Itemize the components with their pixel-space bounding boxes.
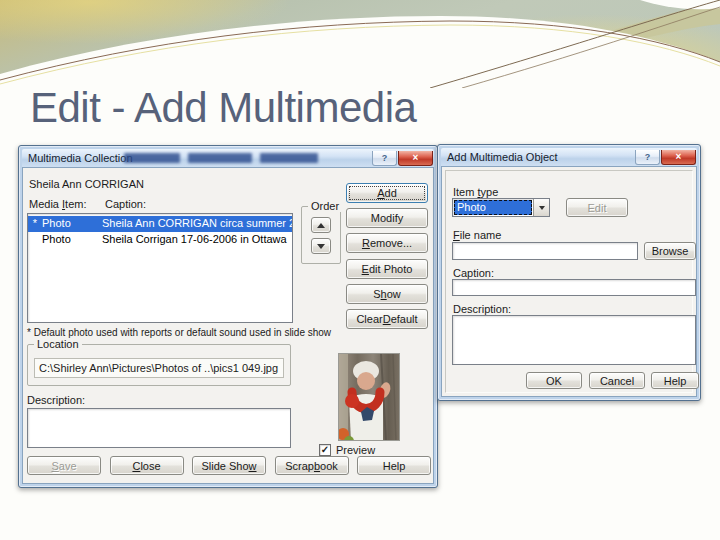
edit-button[interactable]: Edit: [566, 198, 628, 217]
list-item[interactable]: Photo Sheila Corrigan 17-06-2006 in Otta…: [28, 232, 292, 248]
addobj-client-area: Item type Photo Edit File name Browse Ca…: [441, 166, 697, 397]
order-group: Order: [301, 206, 341, 264]
item-type-value: Photo: [454, 200, 532, 215]
addobj-description-label: Description:: [453, 303, 511, 315]
media-type-cell: Photo: [42, 216, 102, 232]
redacted-text-block: [124, 153, 180, 163]
close-button[interactable]: Close: [110, 456, 184, 475]
help-icon[interactable]: ?: [372, 151, 397, 166]
photo-illustration: [339, 354, 400, 441]
caption-column-header: Caption:: [105, 198, 146, 210]
caption-cell: Sheila Corrigan 17-06-2006 in Ottawa: [102, 232, 292, 248]
save-button[interactable]: Save: [27, 456, 101, 475]
order-group-label: Order: [308, 200, 342, 212]
caption-cell: Sheila Ann CORRIGAN circa summer 2006: [102, 216, 292, 232]
order-up-button[interactable]: [311, 217, 331, 233]
location-path-value: C:\Shirley Ann\Pictures\Photos of ..\pic…: [34, 358, 284, 378]
down-arrow-icon: [317, 244, 325, 249]
default-marker: *: [28, 216, 42, 232]
help-icon[interactable]: ?: [635, 150, 660, 165]
list-item[interactable]: * Photo Sheila Ann CORRIGAN circa summer…: [28, 216, 292, 232]
item-type-label: Item type: [453, 186, 498, 198]
preview-toggle[interactable]: ✓ Preview: [319, 444, 375, 456]
item-type-dropdown[interactable]: Photo: [452, 198, 550, 217]
clear-default-button[interactable]: Clear Default: [346, 309, 428, 329]
default-marker: [28, 232, 42, 248]
file-name-label: File name: [453, 229, 501, 241]
remove-button[interactable]: Remove...: [346, 233, 428, 253]
collection-footer-buttons: Save Close Slide Show Scrapbook Help: [27, 456, 431, 475]
page-title: Edit - Add Multimedia: [30, 84, 416, 132]
redacted-text-block: [188, 153, 252, 163]
slide: Edit - Add Multimedia Multimedia Collect…: [0, 0, 720, 540]
scrapbook-button[interactable]: Scrapbook: [275, 456, 349, 475]
media-item-column-header: Media Item:: [29, 198, 87, 210]
location-group: Location C:\Shirley Ann\Pictures\Photos …: [27, 344, 291, 386]
preview-checkbox[interactable]: ✓: [319, 444, 331, 456]
up-arrow-icon: [317, 223, 325, 228]
file-name-input[interactable]: [452, 242, 638, 260]
collection-titlebar[interactable]: Multimedia Collection ? ×: [22, 149, 434, 167]
addobj-description-textarea[interactable]: [452, 315, 696, 365]
add-multimedia-object-dialog: Add Multimedia Object ? × Item type Phot…: [437, 144, 701, 401]
addobj-window-title: Add Multimedia Object: [447, 151, 558, 163]
close-icon[interactable]: ×: [661, 150, 696, 165]
preview-photo: [338, 353, 400, 441]
redacted-text-block: [260, 153, 318, 163]
ok-button[interactable]: OK: [526, 372, 582, 389]
chevron-down-icon: [539, 206, 545, 210]
description-textarea[interactable]: [27, 408, 291, 448]
addobj-titlebar[interactable]: Add Multimedia Object ? ×: [441, 148, 697, 166]
dropdown-button[interactable]: [533, 199, 549, 216]
multimedia-collection-dialog: Multimedia Collection ? × Sheila Ann COR…: [18, 145, 438, 488]
cancel-button[interactable]: Cancel: [589, 372, 645, 389]
edit-photo-button[interactable]: Edit Photo: [346, 259, 428, 279]
order-down-button[interactable]: [311, 238, 331, 254]
collection-window-title: Multimedia Collection: [28, 152, 133, 164]
person-name-label: Sheila Ann CORRIGAN: [29, 178, 144, 190]
collection-client-area: Sheila Ann CORRIGAN Media Item: Caption:…: [22, 167, 434, 484]
show-button[interactable]: Show: [346, 284, 428, 304]
media-listbox[interactable]: * Photo Sheila Ann CORRIGAN circa summer…: [27, 213, 293, 323]
caption-input[interactable]: [452, 279, 696, 296]
description-label: Description:: [27, 394, 85, 406]
caption-label: Caption:: [453, 267, 494, 279]
browse-button[interactable]: Browse: [644, 242, 696, 260]
add-button[interactable]: Add: [346, 183, 428, 203]
slide-show-button[interactable]: Slide Show: [192, 456, 266, 475]
default-footnote: * Default photo used with reports or def…: [27, 327, 331, 338]
modify-button[interactable]: Modify: [346, 208, 428, 228]
header-wave-art: [0, 0, 720, 88]
location-group-label: Location: [34, 338, 82, 350]
addobj-help-button[interactable]: Help: [651, 372, 699, 389]
preview-label: Preview: [336, 444, 375, 456]
help-button[interactable]: Help: [357, 456, 431, 475]
media-type-cell: Photo: [42, 232, 102, 248]
close-icon[interactable]: ×: [398, 151, 433, 166]
